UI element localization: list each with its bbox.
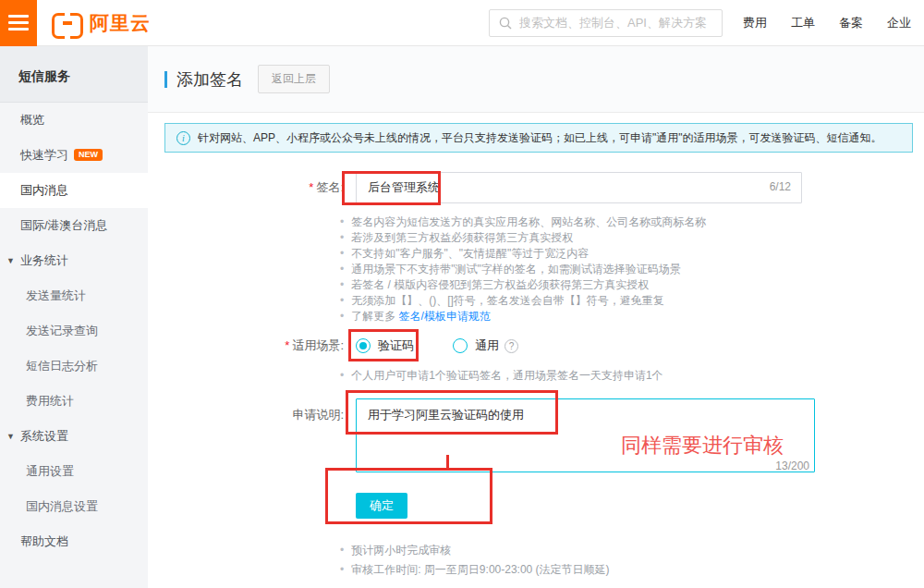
signature-label-text: 签名: (316, 180, 344, 194)
aliyun-logo-text: 阿里云 (90, 10, 151, 36)
top-menu: 费用 工单 备案 企业 (743, 15, 911, 31)
info-icon: i (176, 131, 190, 145)
radio-label: 通用 (475, 337, 499, 354)
search-icon (499, 17, 512, 30)
sidebar-group-system-settings[interactable]: ▼系统设置 (0, 419, 148, 454)
top-menu-enterprise[interactable]: 企业 (887, 15, 911, 31)
page-title: 添加签名 (176, 68, 243, 91)
help-question-icon[interactable]: ? (505, 339, 518, 353)
sidebar-group-label: 业务统计 (20, 253, 68, 267)
info-banner: i 针对网站、APP、小程序或公众号未上线的情况，平台只支持发送验证码；如已上线… (164, 123, 913, 153)
rule-item: 签名内容为短信发送方的真实应用名称、网站名称、公司名称或商标名称 (340, 214, 924, 230)
rule-item: 无须添加【】、()、[]符号，签名发送会自带【】符号，避免重复 (340, 293, 924, 309)
rule-item: 若签名 / 模版内容侵犯到第三方权益必须获得第三方真实授权 (340, 277, 924, 293)
caret-down-icon: ▼ (6, 419, 15, 454)
sidebar-item-domestic-message-settings[interactable]: 国内消息设置 (0, 489, 148, 524)
sidebar-title: 短信服务 (0, 46, 148, 103)
sidebar-group-label: 系统设置 (20, 429, 68, 443)
required-asterisk: * (285, 338, 289, 352)
scene-note: 个人用户可申请1个验证码签名，通用场景签名一天支持申请1个 (340, 368, 924, 384)
radio-label: 验证码 (378, 337, 414, 354)
info-banner-text: 针对网站、APP、小程序或公众号未上线的情况，平台只支持发送验证码；如已上线，可… (198, 130, 882, 146)
description-textarea[interactable]: 用于学习阿里云验证码的使用 (356, 398, 815, 472)
sidebar-item-international-messages[interactable]: 国际/港澳台消息 (0, 208, 148, 243)
radio-unchecked-icon[interactable] (453, 338, 468, 353)
signature-char-counter: 6/12 (770, 180, 791, 193)
footnote-item: 审核工作时间: 周一至周日9:00-23:00 (法定节日顺延) (340, 560, 924, 580)
add-signature-form: *签名: 6/12 签名内容为短信发送方的真实应用名称、网站名称、公司名称或商标… (148, 153, 924, 580)
caret-down-icon: ▼ (6, 243, 15, 278)
scene-label-text: 适用场景: (292, 338, 344, 352)
sidebar-item-send-volume-stats[interactable]: 发送量统计 (0, 278, 148, 313)
sidebar-item-help-docs[interactable]: 帮助文档 (0, 524, 148, 559)
sidebar-item-overview[interactable]: 概览 (0, 103, 148, 138)
sidebar-item-send-record-query[interactable]: 发送记录查询 (0, 313, 148, 349)
sidebar-item-sms-log-analysis[interactable]: 短信日志分析 (0, 349, 148, 384)
description-label: 申请说明: (148, 398, 344, 476)
sidebar-item-domestic-messages[interactable]: 国内消息 (0, 173, 148, 208)
new-badge: NEW (74, 149, 103, 161)
global-search-box[interactable] (489, 9, 723, 37)
radio-checked-icon[interactable] (356, 338, 371, 353)
top-navigation-bar: 阿里云 费用 工单 备案 企业 (0, 0, 924, 46)
rule-item: 不支持如"客户服务"、"友情提醒"等过于宽泛内容 (340, 246, 924, 262)
signature-label: *签名: (148, 172, 344, 203)
radio-verification-code[interactable]: 验证码 (356, 337, 414, 354)
required-asterisk: * (309, 180, 313, 194)
rule-item: 通用场景下不支持带"测试"字样的签名，如需测试请选择验证码场景 (340, 262, 924, 277)
top-menu-billing[interactable]: 费用 (743, 15, 767, 31)
main-content: 添加签名 返回上层 i 针对网站、APP、小程序或公众号未上线的情况，平台只支持… (148, 46, 924, 588)
description-char-counter: 13/200 (775, 459, 809, 472)
confirm-button[interactable]: 确定 (356, 493, 407, 519)
footnote-item: 预计两小时完成审核 (340, 541, 924, 560)
signature-input[interactable] (356, 172, 802, 203)
rule-item-more: 了解更多 签名/模板申请规范 (340, 309, 924, 325)
rule-item: 若涉及到第三方权益必须获得第三方真实授权 (340, 230, 924, 246)
aliyun-logo[interactable]: 阿里云 (52, 10, 151, 36)
sidebar: 短信服务 概览 快速学习NEW 国内消息 国际/港澳台消息 ▼业务统计 发送量统… (0, 46, 148, 588)
sidebar-item-label: 快速学习 (20, 148, 68, 162)
top-menu-tickets[interactable]: 工单 (791, 15, 815, 31)
hamburger-menu-icon[interactable] (0, 0, 37, 46)
review-footnotes: 预计两小时完成审核 审核工作时间: 周一至周日9:00-23:00 (法定节日顺… (340, 541, 924, 580)
scene-label: *适用场景: (148, 336, 344, 356)
learn-more-text: 了解更多 (351, 310, 398, 323)
radio-general[interactable]: 通用 ? (453, 337, 518, 354)
signature-rules-list: 签名内容为短信发送方的真实应用名称、网站名称、公司名称或商标名称 若涉及到第三方… (340, 214, 924, 325)
scene-note-text: 个人用户可申请1个验证码签名，通用场景签名一天支持申请1个 (340, 368, 924, 384)
page-header: 添加签名 返回上层 (148, 46, 924, 113)
signature-spec-link[interactable]: 签名/模板申请规范 (399, 310, 491, 323)
search-input[interactable] (519, 16, 712, 30)
sidebar-item-quick-learn[interactable]: 快速学习NEW (0, 138, 148, 173)
back-button[interactable]: 返回上层 (258, 65, 330, 93)
top-menu-icp[interactable]: 备案 (839, 15, 863, 31)
sidebar-item-cost-stats[interactable]: 费用统计 (0, 384, 148, 419)
title-accent-bar (164, 71, 167, 88)
aliyun-logo-icon (52, 13, 83, 33)
sidebar-group-business-stats[interactable]: ▼业务统计 (0, 243, 148, 278)
sidebar-item-general-settings[interactable]: 通用设置 (0, 454, 148, 489)
